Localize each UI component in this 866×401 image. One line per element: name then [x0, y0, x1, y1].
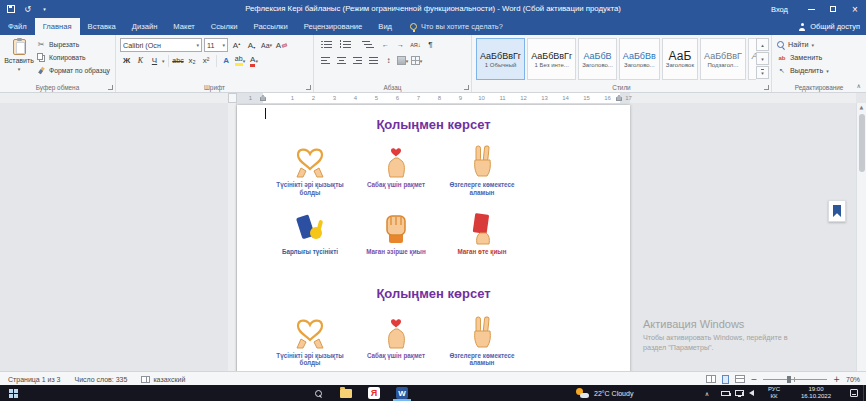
styles-scroll-up-button[interactable]: [756, 38, 769, 51]
clipboard-group-label: Буфер обмена: [0, 84, 115, 91]
scroll-up-icon[interactable]: [860, 103, 864, 112]
font-family-select[interactable]: Calibri (Осн: [120, 38, 202, 52]
text-effects-button[interactable]: [220, 54, 233, 67]
bullets-button[interactable]: [318, 38, 335, 51]
paragraph-dialog-launcher[interactable]: [464, 85, 469, 90]
grow-font-button[interactable]: [230, 39, 243, 52]
start-button[interactable]: [0, 385, 26, 401]
paste-button[interactable]: Вставить: [3, 37, 35, 83]
bold-button[interactable]: Ж: [120, 54, 133, 67]
word-count[interactable]: Число слов: 335: [74, 376, 127, 383]
share-button[interactable]: Общий доступ: [798, 18, 860, 35]
sort-button[interactable]: [409, 38, 422, 51]
decrease-indent-button[interactable]: [379, 38, 392, 51]
collapse-ribbon-icon[interactable]: [857, 82, 861, 89]
cut-button[interactable]: Вырезать: [36, 38, 114, 51]
show-paragraph-marks-button[interactable]: [424, 38, 437, 51]
tab-design[interactable]: Дизайн: [124, 18, 166, 35]
style-card-heading1[interactable]: АаБбВ Заголово...: [578, 38, 617, 80]
page-indicator[interactable]: Страница 1 из 3: [8, 376, 60, 383]
close-button[interactable]: ×: [844, 0, 866, 18]
styles-scroll-down-button[interactable]: [756, 52, 769, 65]
shrink-font-button[interactable]: [245, 39, 258, 52]
justify-button[interactable]: [366, 54, 381, 67]
save-icon[interactable]: [5, 3, 16, 15]
font-size-select[interactable]: 11: [204, 38, 228, 52]
style-card-subtle-emphasis[interactable]: АаБбВвГг Слабое в...: [748, 38, 756, 80]
tab-selector[interactable]: [228, 93, 237, 103]
numbering-button[interactable]: [337, 38, 354, 51]
select-button[interactable]: Выделить: [772, 64, 866, 77]
format-painter-button[interactable]: Формат по образцу: [36, 64, 114, 77]
underline-dropdown-icon[interactable]: [162, 58, 165, 64]
action-center-button[interactable]: [846, 385, 862, 401]
taskbar-search-button[interactable]: [306, 385, 330, 401]
superscript-button[interactable]: x²: [200, 54, 213, 67]
borders-button[interactable]: [410, 54, 423, 67]
minimize-button[interactable]: [800, 0, 822, 18]
maximize-button[interactable]: [822, 0, 844, 18]
zoom-out-button[interactable]: [751, 375, 758, 384]
tab-file[interactable]: Файл: [0, 18, 35, 35]
subscript-button[interactable]: x₂: [186, 54, 199, 67]
language-indicator[interactable]: казахский: [141, 376, 185, 383]
replace-button[interactable]: Заменить: [772, 51, 866, 64]
font-dialog-launcher[interactable]: [306, 85, 311, 90]
align-center-button[interactable]: [334, 54, 349, 67]
line-spacing-button[interactable]: [382, 54, 395, 67]
clipboard-dialog-launcher[interactable]: [108, 85, 113, 90]
zoom-in-button[interactable]: [833, 375, 840, 384]
style-card-normal[interactable]: АаБбВвГг 1 Обычный: [476, 38, 525, 80]
style-card-no-spacing[interactable]: АаБбВвГг 1 Без инте...: [527, 38, 576, 80]
tab-review[interactable]: Рецензирование: [296, 18, 371, 35]
italic-button[interactable]: К: [134, 54, 147, 67]
multilevel-list-button[interactable]: [356, 38, 377, 51]
tray-expand-icon[interactable]: [700, 385, 714, 401]
style-card-title[interactable]: АаБ Заголовок: [662, 38, 698, 80]
tab-home[interactable]: Главная: [35, 18, 80, 35]
clear-formatting-button[interactable]: [275, 39, 288, 52]
word-taskbar-button[interactable]: W: [390, 385, 414, 401]
bookmark-button[interactable]: [828, 200, 846, 222]
print-layout-button[interactable]: [722, 375, 729, 384]
zoom-slider-thumb[interactable]: [787, 376, 791, 383]
taskbar-clock[interactable]: 19:00 16.10.2022: [790, 385, 842, 401]
weather-widget[interactable]: 22°C Cloudy: [576, 385, 686, 401]
vertical-scrollbar[interactable]: [856, 103, 866, 371]
customize-qat-icon[interactable]: [39, 3, 50, 15]
highlight-button[interactable]: ab: [234, 54, 247, 67]
styles-dialog-launcher[interactable]: [764, 85, 769, 90]
tab-references[interactable]: Ссылки: [203, 18, 246, 35]
tab-insert[interactable]: Вставка: [80, 18, 124, 35]
align-right-button[interactable]: [350, 54, 365, 67]
file-explorer-button[interactable]: [334, 385, 358, 401]
zoom-slider[interactable]: [763, 379, 827, 380]
align-left-button[interactable]: [318, 54, 333, 67]
zoom-level[interactable]: 70%: [846, 376, 860, 383]
tab-mailings[interactable]: Рассылки: [246, 18, 296, 35]
tab-view[interactable]: Вид: [370, 18, 400, 35]
style-card-subtitle[interactable]: АаБбВвГ Подзагол...: [700, 38, 746, 80]
strikethrough-button[interactable]: abc: [172, 54, 185, 67]
read-mode-button[interactable]: [706, 375, 716, 383]
underline-button[interactable]: Ч: [148, 54, 161, 67]
tell-me-box[interactable]: Что вы хотите сделать?: [410, 18, 503, 35]
language-switcher[interactable]: РУС КК: [762, 385, 786, 401]
styles-more-button[interactable]: [756, 66, 769, 79]
increase-indent-button[interactable]: [394, 38, 407, 51]
scrollbar-thumb[interactable]: [859, 114, 865, 172]
change-case-button[interactable]: [260, 39, 273, 52]
volume-icon[interactable]: [749, 390, 754, 396]
battery-icon[interactable]: [721, 391, 730, 396]
document-page[interactable]: Қолыңмен көрсет Түсінікті әрі қызықты бо…: [237, 105, 630, 371]
sign-in-button[interactable]: Вход: [759, 5, 800, 14]
font-color-button[interactable]: А: [248, 54, 261, 67]
web-layout-button[interactable]: [735, 375, 745, 383]
yandex-browser-button[interactable]: Я: [362, 385, 386, 401]
style-card-heading2[interactable]: АаБбВв Заголово...: [619, 38, 660, 80]
tab-layout[interactable]: Макет: [165, 18, 203, 35]
undo-icon[interactable]: [22, 3, 33, 15]
copy-button[interactable]: Копировать: [36, 51, 114, 64]
shading-button[interactable]: [396, 54, 409, 67]
find-button[interactable]: Найти: [772, 38, 866, 51]
